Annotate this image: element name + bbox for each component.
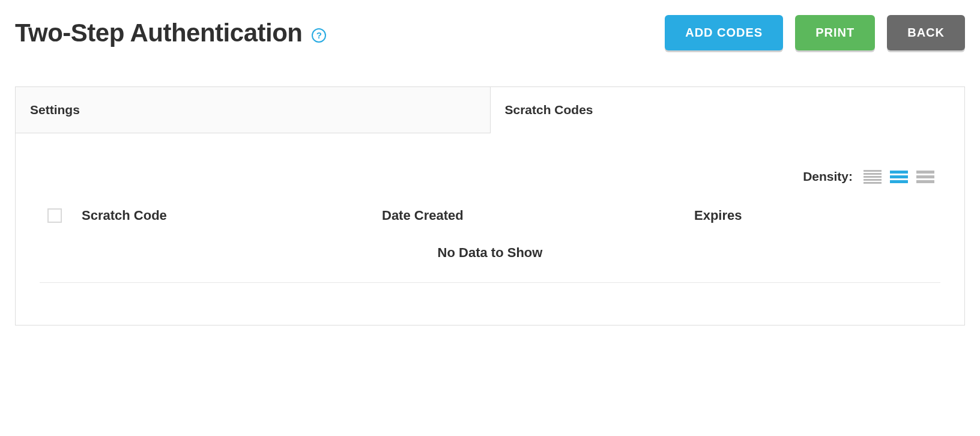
column-header-expires[interactable]: Expires xyxy=(694,208,952,223)
density-controls: Density: xyxy=(28,169,952,184)
density-compact-icon[interactable] xyxy=(864,169,882,184)
tab-settings[interactable]: Settings xyxy=(16,87,491,133)
select-all-cell xyxy=(28,208,82,223)
back-button[interactable]: BACK xyxy=(887,15,965,50)
main-panel: Settings Scratch Codes Density: Scratch … xyxy=(15,86,965,325)
action-buttons: ADD CODES PRINT BACK xyxy=(665,15,965,50)
density-medium-icon[interactable] xyxy=(890,169,908,184)
panel-body: Density: Scratch Code Date Created Expir… xyxy=(16,133,964,325)
print-button[interactable]: PRINT xyxy=(795,15,875,50)
page-title: Two-Step Authentication xyxy=(15,19,302,47)
help-icon[interactable]: ? xyxy=(312,28,326,43)
column-header-scratch-code[interactable]: Scratch Code xyxy=(82,208,382,223)
title-wrap: Two-Step Authentication ? xyxy=(15,19,326,47)
tab-scratch-codes[interactable]: Scratch Codes xyxy=(491,87,965,133)
table-header-row: Scratch Code Date Created Expires xyxy=(28,208,952,245)
page-header: Two-Step Authentication ? ADD CODES PRIN… xyxy=(15,15,965,50)
column-header-date-created[interactable]: Date Created xyxy=(382,208,694,223)
add-codes-button[interactable]: ADD CODES xyxy=(665,15,783,50)
density-large-icon[interactable] xyxy=(916,169,934,184)
select-all-checkbox[interactable] xyxy=(47,208,62,223)
empty-state-message: No Data to Show xyxy=(40,245,940,283)
density-label: Density: xyxy=(803,169,853,184)
tabs: Settings Scratch Codes xyxy=(16,87,964,133)
